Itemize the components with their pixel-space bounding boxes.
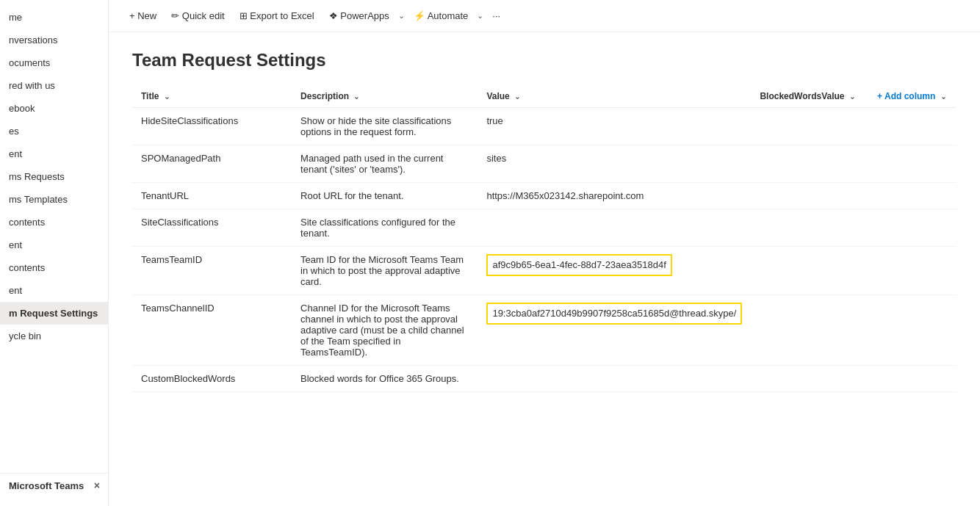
cell-value: https://M365x023142.sharepoint.com: [478, 183, 751, 209]
cell-description: Show or hide the site classifications op…: [292, 108, 478, 145]
cell-description: Blocked words for Office 365 Groups.: [292, 366, 478, 392]
cell-title: TeamsTeamID: [132, 247, 292, 295]
sidebar-item-conversations[interactable]: nversations: [0, 29, 108, 51]
sidebar: me nversations ocuments red with us eboo…: [0, 0, 109, 506]
cell-title: HideSiteClassifications: [132, 108, 292, 145]
cell-blocked: [751, 366, 868, 392]
close-icon[interactable]: ×: [94, 480, 100, 491]
power-apps-button[interactable]: ❖ PowerApps: [323, 7, 395, 25]
sidebar-footer-label: Microsoft Teams: [9, 480, 84, 491]
content-area: Team Request Settings Title ⌄ Descriptio…: [109, 32, 980, 506]
sort-icon-value: ⌄: [514, 93, 520, 101]
sidebar-item-notebook[interactable]: ebook: [0, 97, 108, 120]
cell-blocked: [751, 108, 868, 145]
sidebar-item-recent[interactable]: ent: [0, 142, 108, 165]
cell-add: [868, 295, 956, 366]
col-header-description[interactable]: Description ⌄: [292, 85, 478, 108]
quick-edit-button[interactable]: ✏ Quick edit: [165, 7, 230, 25]
table-row[interactable]: HideSiteClassificationsShow or hide the …: [132, 108, 956, 145]
sidebar-item-pages[interactable]: es: [0, 120, 108, 142]
sidebar-item-recycle-bin[interactable]: ycle bin: [0, 325, 108, 347]
cell-add: [868, 247, 956, 295]
chevron-down-icon[interactable]: ⌄: [398, 11, 405, 21]
col-header-value[interactable]: Value ⌄: [478, 85, 751, 108]
col-header-blocked[interactable]: BlockedWordsValue ⌄: [751, 85, 868, 108]
cell-blocked: [751, 247, 868, 295]
cell-title: TenantURL: [132, 183, 292, 209]
sidebar-item-site-contents[interactable]: contents: [0, 211, 108, 234]
sidebar-footer: Microsoft Teams ×: [0, 473, 109, 497]
cell-description: Root URL for the tenant.: [292, 183, 478, 209]
main-area: + New ✏ Quick edit ⊞ Export to Excel ❖ P…: [109, 0, 980, 506]
cell-value: 19:3cba0af2710d49b9907f9258ca51685d@thre…: [478, 295, 751, 366]
cell-blocked: [751, 145, 868, 183]
cell-add: [868, 209, 956, 247]
cell-title: TeamsChannelID: [132, 295, 292, 366]
sidebar-item-team-request-settings[interactable]: m Request Settings: [0, 302, 108, 325]
cell-description: Site classifications configured for the …: [292, 209, 478, 247]
cell-title: SiteClassifications: [132, 209, 292, 247]
table-row[interactable]: CustomBlockedWordsBlocked words for Offi…: [132, 366, 956, 392]
page-title: Team Request Settings: [132, 50, 956, 71]
table-row[interactable]: TenantURLRoot URL for the tenant.https:/…: [132, 183, 956, 209]
cell-value: true: [478, 108, 751, 145]
export-button[interactable]: ⊞ Export to Excel: [234, 7, 320, 25]
cell-description: Channel ID for the Microsoft Teams chann…: [292, 295, 478, 366]
sidebar-item-documents[interactable]: ocuments: [0, 51, 108, 74]
sidebar-item-ent1[interactable]: ent: [0, 234, 108, 256]
toolbar: + New ✏ Quick edit ⊞ Export to Excel ❖ P…: [109, 0, 980, 32]
cell-value: [478, 209, 751, 247]
table-row[interactable]: SPOManagedPathManaged path used in the c…: [132, 145, 956, 183]
sort-icon-desc: ⌄: [353, 93, 359, 101]
sidebar-item-teams-requests[interactable]: ms Requests: [0, 165, 108, 188]
sort-icon-title: ⌄: [164, 93, 170, 101]
automate-button[interactable]: ⚡ Automate: [408, 7, 475, 25]
sidebar-item-contents2[interactable]: contents: [0, 256, 108, 279]
sort-icon-blocked: ⌄: [849, 93, 855, 101]
cell-title: CustomBlockedWords: [132, 366, 292, 392]
sidebar-item-shared[interactable]: red with us: [0, 74, 108, 97]
cell-value: [478, 366, 751, 392]
cell-description: Managed path used in the current tenant …: [292, 145, 478, 183]
cell-blocked: [751, 295, 868, 366]
table-row[interactable]: SiteClassificationsSite classifications …: [132, 209, 956, 247]
new-button[interactable]: + New: [123, 7, 162, 25]
sidebar-item-ent2[interactable]: ent: [0, 279, 108, 302]
cell-value: af9c9b65-6ea1-4fec-88d7-23aea3518d4f: [478, 247, 751, 295]
col-header-add[interactable]: + Add column ⌄: [868, 85, 956, 108]
settings-table: Title ⌄ Description ⌄ Value ⌄ BlockedWor…: [132, 85, 956, 392]
table-row[interactable]: TeamsChannelIDChannel ID for the Microso…: [132, 295, 956, 366]
cell-title: SPOManagedPath: [132, 145, 292, 183]
cell-add: [868, 145, 956, 183]
chevron-down-icon2[interactable]: ⌄: [477, 11, 483, 21]
sidebar-item-teams-templates[interactable]: ms Templates: [0, 188, 108, 211]
more-button[interactable]: ···: [486, 7, 506, 25]
cell-blocked: [751, 209, 868, 247]
cell-add: [868, 108, 956, 145]
cell-blocked: [751, 183, 868, 209]
col-header-title[interactable]: Title ⌄: [132, 85, 292, 108]
cell-value: sites: [478, 145, 751, 183]
cell-add: [868, 366, 956, 392]
cell-description: Team ID for the Microsoft Teams Team in …: [292, 247, 478, 295]
chevron-down-icon-addcol: ⌄: [940, 93, 946, 101]
sidebar-item-home[interactable]: me: [0, 6, 108, 29]
table-row[interactable]: TeamsTeamIDTeam ID for the Microsoft Tea…: [132, 247, 956, 295]
cell-add: [868, 183, 956, 209]
